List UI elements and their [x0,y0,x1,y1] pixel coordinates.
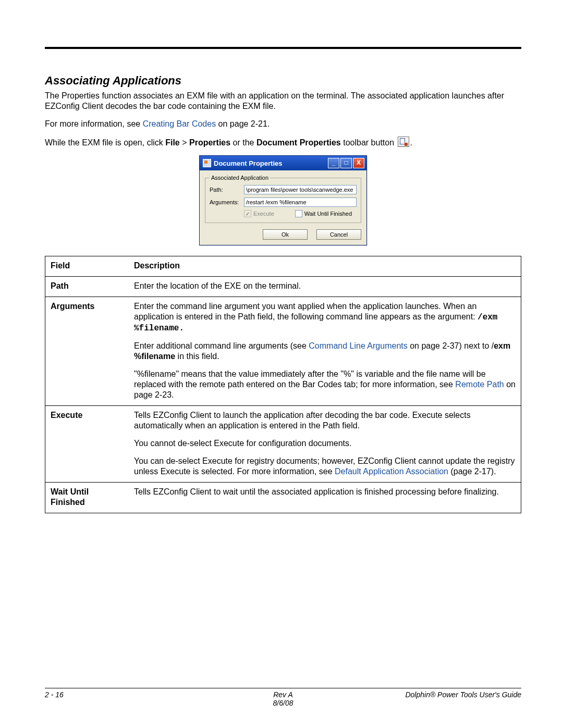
link-remote-path[interactable]: Remote Path [455,380,504,389]
app-icon [203,159,211,167]
wait-checkbox-label: Wait Until Finished [304,211,352,217]
text: Tells EZConfig Client to launch the appl… [134,410,516,431]
dialog-titlebar: Document Properties _ □ X [200,156,366,170]
footer-date: 8/6/08 [204,699,363,707]
col-header-description: Description [129,256,521,277]
footer-revision: Rev A [204,690,363,699]
text: . [410,138,412,147]
dialog-title: Document Properties [214,159,282,167]
table-row: Path Enter the location of the EXE on th… [45,277,521,297]
table-row: Arguments Enter the command line argumen… [45,297,521,406]
link-default-app-association[interactable]: Default Application Association [335,467,448,476]
associated-application-group: Associated Application Path: Arguments: … [205,175,361,223]
footer-page-number: 2 - 16 [45,690,204,707]
ok-button[interactable]: Ok [263,229,308,240]
close-button[interactable]: X [353,158,364,168]
text: Enter additional command line arguments … [134,341,309,350]
cancel-button[interactable]: Cancel [316,229,361,240]
field-name: Wait Until Finished [45,483,129,513]
section-heading: Associating Applications [45,74,521,88]
table-row: Execute Tells EZConfig Client to launch … [45,406,521,483]
text: in this field. [175,352,219,361]
field-name: Path [45,277,129,297]
text: For more information, see [45,119,143,128]
field-desc: Tells EZConfig Client to launch the appl… [129,406,521,483]
link-command-line-arguments[interactable]: Command Line Arguments [309,341,407,350]
footer-guide-title: Dolphin® Power Tools User's Guide [362,690,521,707]
instruction-paragraph: While the EXM file is open, click File >… [45,137,521,148]
link-creating-bar-codes[interactable]: Creating Bar Codes [143,119,216,128]
intro-paragraph: The Properties function associates an EX… [45,91,521,112]
wait-checkbox[interactable] [295,210,302,217]
see-also-paragraph: For more information, see Creating Bar C… [45,119,521,129]
minimize-button[interactable]: _ [328,158,339,168]
text: Enter the command line argument you want… [134,302,478,321]
text: on page 2-21. [216,119,270,128]
col-header-field: Field [45,256,129,277]
text: > [180,138,189,147]
table-row: Wait Until Finished Tells EZConfig Clien… [45,483,521,513]
text: toolbar button [341,138,397,147]
field-desc: Tells EZConfig Client to wait until the … [129,483,521,513]
group-legend: Associated Application [210,175,270,181]
page-footer: 2 - 16 Rev A 8/6/08 Dolphin® Power Tools… [45,688,521,707]
text: (page 2-17). [448,467,496,476]
menu-file: File [165,138,180,147]
text: "%filename" means that the value immedia… [134,369,486,389]
text: on page 2-37) next to / [408,341,494,350]
text: or the [230,138,256,147]
top-rule [45,47,521,49]
maximize-button[interactable]: □ [340,158,352,168]
field-desc: Enter the command line argument you want… [129,297,521,406]
fields-table: Field Description Path Enter the locatio… [45,256,521,513]
text: You cannot de-select Execute for configu… [134,438,516,449]
field-desc: Enter the location of the EXE on the ter… [129,277,521,297]
path-input[interactable] [244,185,357,194]
document-properties-icon [398,137,409,147]
text: While the EXM file is open, click [45,138,165,147]
execute-checkbox: ✓ [244,210,251,217]
execute-checkbox-wrap: ✓ Execute [244,210,274,217]
menu-properties: Properties [189,138,230,147]
field-name: Execute [45,406,129,483]
wait-checkbox-wrap[interactable]: Wait Until Finished [295,210,352,217]
arguments-label: Arguments: [210,199,241,205]
field-name: Arguments [45,297,129,406]
path-label: Path: [210,187,241,193]
document-properties-dialog: Document Properties _ □ X Associated App… [199,155,367,245]
execute-checkbox-label: Execute [253,211,274,217]
arguments-input[interactable] [244,198,357,207]
toolbar-name: Document Properties [256,138,341,147]
